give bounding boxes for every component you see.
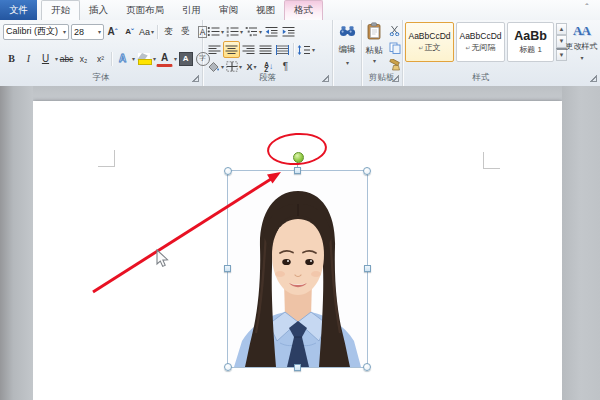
superscript-button[interactable]: x² <box>92 50 109 67</box>
asian-layout-icon: X <box>247 62 253 72</box>
tab-format-picture-tools[interactable]: 格式 <box>284 0 323 20</box>
align-center-button[interactable] <box>223 41 240 58</box>
paragraph-style-marker: ↵ <box>465 45 470 51</box>
subscript-button[interactable]: x₂ <box>75 50 92 67</box>
style-name: ↵正文 <box>418 42 440 53</box>
resize-handle-top-right[interactable] <box>363 167 371 175</box>
style-item-no-spacing[interactable]: AaBbCcDd ↵无间隔 <box>456 22 505 62</box>
resize-handle-right[interactable] <box>364 265 371 272</box>
scissors-icon <box>389 25 400 36</box>
font-name-select[interactable]: Calibri (西文) ▾ <box>3 24 69 40</box>
resize-handle-top-left[interactable] <box>224 167 232 175</box>
style-preview: AaBbCcDd <box>459 31 501 41</box>
style-preview: AaBbCcDd <box>408 31 450 41</box>
tab-view[interactable]: 视图 <box>247 0 284 20</box>
character-shading-button[interactable]: A <box>177 50 194 67</box>
chevron-down-icon: ▾ <box>98 28 101 35</box>
italic-button[interactable]: I <box>20 50 37 67</box>
document-canvas[interactable] <box>0 86 600 400</box>
borders-grid-icon <box>226 61 238 72</box>
paragraph-group-label: 段落 <box>203 72 332 84</box>
divider <box>293 43 294 57</box>
style-item-heading1[interactable]: AaBb 标题 1 <box>507 22 554 62</box>
resize-handle-bottom-right[interactable] <box>363 363 371 371</box>
paste-button[interactable]: 粘贴 ▾ <box>362 22 386 64</box>
bold-button[interactable]: B <box>3 50 20 67</box>
shrink-font-button[interactable]: A <box>121 23 138 40</box>
line-spacing-button[interactable]: ▾ <box>296 41 316 58</box>
editing-dropdown-button[interactable]: 编辑 ▾ <box>335 23 359 66</box>
inserted-photo[interactable] <box>228 171 367 367</box>
style-item-normal[interactable]: AaBbCcDd ↵正文 <box>405 22 454 62</box>
tab-references[interactable]: 引用 <box>173 0 210 20</box>
justify-icon <box>259 45 272 55</box>
word-window: 文件 开始 插入 页面布局 引用 审阅 视图 格式 ˆ Calibri (西文)… <box>0 0 600 400</box>
chevron-down-icon: ▾ <box>63 28 66 35</box>
resize-handle-bottom-left[interactable] <box>224 363 232 371</box>
multilevel-list-button[interactable]: ▾ <box>244 23 263 40</box>
paragraph-style-marker: ↵ <box>418 45 423 51</box>
change-case-label: Aa <box>139 27 150 37</box>
chevron-down-icon: ▾ <box>363 57 386 64</box>
canvas-left-shade <box>0 86 33 400</box>
copy-button[interactable] <box>387 40 402 55</box>
format-painter-button[interactable] <box>387 57 402 72</box>
character-scaling-button[interactable]: 受 <box>177 23 194 40</box>
change-styles-button[interactable]: AA 更改样式 ▾ <box>565 23 598 61</box>
collapse-ribbon-icon[interactable]: ˆ <box>580 3 594 16</box>
underline-button[interactable]: U <box>37 50 54 67</box>
font-group-label: 字体 <box>0 72 202 84</box>
resize-handle-bottom[interactable] <box>294 364 301 371</box>
style-name: ↵无间隔 <box>465 42 495 53</box>
align-left-button[interactable] <box>206 41 223 58</box>
resize-handle-left[interactable] <box>224 265 231 272</box>
chevron-down-icon: ▾ <box>151 28 154 35</box>
cut-button[interactable] <box>387 23 402 38</box>
font-dialog-launcher-icon[interactable] <box>192 75 199 82</box>
bullets-button[interactable]: ▾ <box>206 23 225 40</box>
editing-label: 编辑 <box>335 44 359 56</box>
id-photo-portrait <box>228 171 367 367</box>
decrease-indent-icon <box>265 26 278 37</box>
clipboard-dialog-launcher-icon[interactable] <box>392 75 399 82</box>
styles-dialog-launcher-icon[interactable] <box>590 75 597 82</box>
text-effects-button[interactable]: A <box>114 50 131 67</box>
align-right-button[interactable] <box>240 41 257 58</box>
change-case-button[interactable]: Aa▾ <box>138 23 155 40</box>
multilevel-list-icon <box>245 26 258 37</box>
clipboard-icon <box>366 22 382 41</box>
chevron-down-icon: ▾ <box>312 46 315 53</box>
line-spacing-icon <box>297 45 311 55</box>
phonetic-guide-button[interactable]: 变 <box>160 23 177 40</box>
editing-group: 编辑 ▾ <box>333 20 362 86</box>
tab-review[interactable]: 审阅 <box>210 0 247 20</box>
font-name-value: Calibri (西文) <box>6 25 58 38</box>
increase-indent-icon <box>282 26 295 37</box>
decrease-indent-button[interactable] <box>263 23 280 40</box>
distribute-button[interactable] <box>274 41 291 58</box>
font-color-button[interactable]: A <box>156 51 173 67</box>
chevron-down-icon: ▾ <box>221 63 224 70</box>
font-size-select[interactable]: 28 ▾ <box>71 24 104 40</box>
highlight-color-button[interactable] <box>135 50 152 67</box>
tab-home[interactable]: 开始 <box>41 0 80 21</box>
copy-icon <box>389 42 401 54</box>
canvas-top-shade <box>0 86 600 101</box>
strikethrough-button[interactable]: abc <box>58 50 75 67</box>
grow-font-button[interactable]: A <box>104 23 121 40</box>
chevron-down-icon: ▾ <box>239 63 242 70</box>
ribbon: Calibri (西文) ▾ 28 ▾ A A Aa▾ 变 受 A B I U▾ <box>0 20 600 87</box>
tab-insert[interactable]: 插入 <box>80 0 117 20</box>
numbering-button[interactable]: ▾ <box>225 23 244 40</box>
bullets-icon <box>207 26 220 37</box>
styles-group: AaBbCcDd ↵正文 AaBbCcDd ↵无间隔 AaBb 标题 1 ▲ ▼… <box>402 20 600 86</box>
align-center-icon <box>225 45 238 55</box>
font-size-value: 28 <box>74 27 84 37</box>
paragraph-dialog-launcher-icon[interactable] <box>322 75 329 82</box>
tab-file[interactable]: 文件 <box>0 0 37 20</box>
resize-handle-top[interactable] <box>294 167 301 174</box>
style-name: 标题 1 <box>519 44 542 55</box>
tab-page-layout[interactable]: 页面布局 <box>117 0 173 20</box>
justify-button[interactable] <box>257 41 274 58</box>
increase-indent-button[interactable] <box>280 23 297 40</box>
